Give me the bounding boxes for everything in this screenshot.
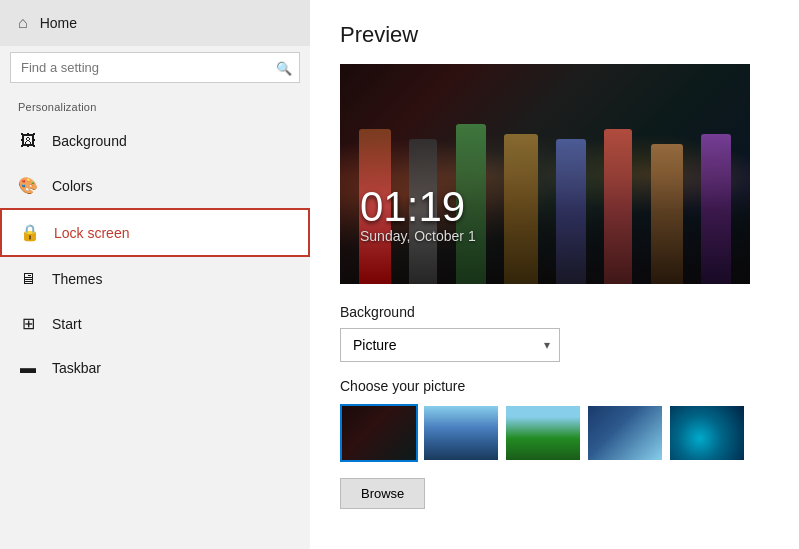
colors-icon: 🎨 <box>18 176 38 195</box>
sidebar-item-start[interactable]: ⊞ Start <box>0 301 310 346</box>
thumb-bg-landscape <box>506 406 580 460</box>
sidebar-item-lock-screen[interactable]: 🔒 Lock screen <box>0 208 310 257</box>
main-content: Preview 01:19 Sunday, October 1 Backgrou… <box>310 0 799 549</box>
picture-thumb-4[interactable] <box>586 404 664 462</box>
background-label: Background <box>52 133 127 149</box>
thumb-bg-anime <box>342 406 416 460</box>
taskbar-label: Taskbar <box>52 360 101 376</box>
preview-clock: 01:19 <box>360 186 476 228</box>
lock-screen-label: Lock screen <box>54 225 129 241</box>
preview-container: 01:19 Sunday, October 1 <box>340 64 750 284</box>
picture-thumb-1[interactable] <box>340 404 418 462</box>
themes-label: Themes <box>52 271 103 287</box>
search-bar-container: 🔍 <box>10 52 300 83</box>
colors-label: Colors <box>52 178 92 194</box>
sidebar-item-themes[interactable]: 🖥 Themes <box>0 257 310 301</box>
sidebar-item-background[interactable]: 🖼 Background <box>0 119 310 163</box>
thumb-bg-sky <box>588 406 662 460</box>
page-title: Preview <box>340 22 769 48</box>
home-label: Home <box>40 15 77 31</box>
preview-date: Sunday, October 1 <box>360 228 476 244</box>
preview-time-display: 01:19 Sunday, October 1 <box>360 186 476 244</box>
start-label: Start <box>52 316 82 332</box>
picture-thumb-5[interactable] <box>668 404 746 462</box>
search-input[interactable] <box>10 52 300 83</box>
background-icon: 🖼 <box>18 132 38 150</box>
picture-thumb-3[interactable] <box>504 404 582 462</box>
thumb-bg-ocean <box>670 406 744 460</box>
picture-grid <box>340 404 769 462</box>
themes-icon: 🖥 <box>18 270 38 288</box>
picture-thumb-2[interactable] <box>422 404 500 462</box>
sidebar-item-colors[interactable]: 🎨 Colors <box>0 163 310 208</box>
sidebar: ⌂ Home 🔍 Personalization 🖼 Background 🎨 … <box>0 0 310 549</box>
background-section-title: Background <box>340 304 769 320</box>
search-button[interactable]: 🔍 <box>276 60 292 75</box>
home-nav-item[interactable]: ⌂ Home <box>0 0 310 46</box>
sidebar-item-taskbar[interactable]: ▬ Taskbar <box>0 346 310 390</box>
home-icon: ⌂ <box>18 14 28 32</box>
choose-picture-label: Choose your picture <box>340 378 769 394</box>
background-dropdown[interactable]: Picture Slideshow Solid color <box>340 328 560 362</box>
start-icon: ⊞ <box>18 314 38 333</box>
taskbar-icon: ▬ <box>18 359 38 377</box>
preview-background: 01:19 Sunday, October 1 <box>340 64 750 284</box>
browse-button[interactable]: Browse <box>340 478 425 509</box>
thumb-bg-cable <box>424 406 498 460</box>
lock-screen-icon: 🔒 <box>20 223 40 242</box>
background-dropdown-container: Picture Slideshow Solid color ▾ <box>340 328 560 362</box>
section-label: Personalization <box>0 93 310 119</box>
